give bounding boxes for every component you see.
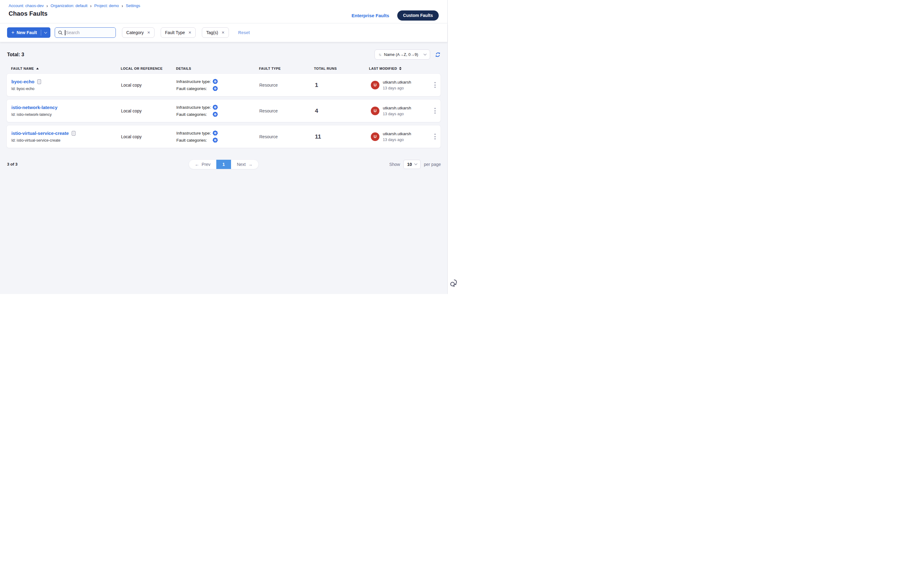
copy-icon[interactable] bbox=[37, 79, 41, 84]
filter-chip-category[interactable]: Category ✕ bbox=[122, 27, 155, 38]
column-header-local-or-reference: LOCAL OR REFERENCE bbox=[121, 67, 176, 70]
filter-chip-label: Fault Type bbox=[165, 30, 185, 35]
column-label: FAULT NAME bbox=[11, 67, 34, 70]
total-runs-value: 11 bbox=[314, 133, 369, 140]
chevron-down-icon[interactable] bbox=[44, 31, 47, 34]
column-header-fault-name[interactable]: FAULT NAME bbox=[11, 67, 121, 70]
page-title: Chaos Faults bbox=[9, 10, 140, 17]
column-label: FAULT TYPE bbox=[259, 67, 281, 70]
prev-label: Prev bbox=[202, 162, 210, 167]
breadcrumb-settings[interactable]: Settings bbox=[126, 3, 140, 8]
reset-filters-button[interactable]: Reset bbox=[238, 30, 250, 35]
modified-time: 13 days ago bbox=[383, 137, 411, 142]
fault-name-link[interactable]: istio-network-latency bbox=[11, 105, 57, 110]
chat-icon bbox=[450, 279, 458, 287]
header-actions: Enterprise Faults Custom Faults bbox=[351, 3, 439, 23]
page-size-select[interactable]: 10 bbox=[403, 160, 420, 169]
chat-widget-button[interactable] bbox=[450, 279, 458, 289]
fault-row: byoc-echo Id: byoc-echo Local copy Infra… bbox=[6, 73, 441, 97]
sort-select-value: Name (A→Z, 0→9) bbox=[384, 52, 418, 57]
column-label: TOTAL RUNS bbox=[314, 67, 337, 70]
local-or-reference-value: Local copy bbox=[121, 134, 176, 139]
custom-faults-button[interactable]: Custom Faults bbox=[397, 10, 439, 21]
column-header-total-runs: TOTAL RUNS bbox=[314, 67, 369, 70]
avatar[interactable]: U bbox=[371, 81, 380, 89]
column-header-fault-type: FAULT TYPE bbox=[259, 67, 314, 70]
fault-type-value: Resource bbox=[259, 134, 314, 139]
next-page-button[interactable]: Next → bbox=[231, 160, 259, 169]
fault-id: Id: istio-network-latency bbox=[11, 112, 121, 117]
new-fault-label: New Fault bbox=[16, 30, 37, 35]
modified-by: utkarsh.utkarsh bbox=[383, 106, 411, 110]
enterprise-faults-link[interactable]: Enterprise Faults bbox=[351, 13, 389, 18]
search-icon bbox=[58, 31, 63, 35]
total-runs-value: 4 bbox=[314, 108, 369, 114]
breadcrumb-account[interactable]: Account: chaos-dev bbox=[9, 3, 44, 8]
list-header-row: Total: 3 ↑↓ Name (A→Z, 0→9) bbox=[6, 50, 441, 60]
refresh-icon bbox=[435, 52, 441, 58]
row-menu-button[interactable] bbox=[432, 132, 439, 141]
prev-page-button[interactable]: ← Prev bbox=[189, 160, 216, 169]
chaos-faults-page: Account: chaos-dev › Organization: defau… bbox=[0, 0, 459, 294]
sort-ascending-icon bbox=[36, 68, 39, 69]
pagination: ← Prev 1 Next → bbox=[189, 160, 259, 169]
last-modified-cell: U utkarsh.utkarsh 13 days ago bbox=[369, 106, 430, 116]
fault-row: istio-network-latency Id: istio-network-… bbox=[6, 99, 441, 122]
refresh-button[interactable] bbox=[435, 52, 441, 58]
text-caret bbox=[65, 30, 65, 36]
fault-name-cell: byoc-echo Id: byoc-echo bbox=[11, 79, 121, 91]
column-label: LOCAL OR REFERENCE bbox=[121, 67, 163, 70]
current-page-button[interactable]: 1 bbox=[216, 160, 231, 169]
chevron-down-icon bbox=[423, 53, 427, 56]
sort-arrows-icon: ↑↓ bbox=[378, 53, 381, 57]
kubernetes-icon: ☸ bbox=[213, 112, 218, 117]
last-modified-cell: U utkarsh.utkarsh 13 days ago bbox=[369, 80, 430, 90]
details-cell: Infrastructure type: ☸ Fault categories:… bbox=[176, 79, 259, 91]
modified-by: utkarsh.utkarsh bbox=[383, 131, 411, 136]
column-label: LAST MODIFIED bbox=[369, 67, 397, 70]
last-modified-cell: U utkarsh.utkarsh 13 days ago bbox=[369, 131, 430, 142]
close-icon[interactable]: ✕ bbox=[188, 31, 191, 35]
fault-id: Id: istio-virtual-service-create bbox=[11, 138, 121, 142]
button-divider bbox=[41, 30, 41, 36]
fault-name-link[interactable]: byoc-echo bbox=[11, 79, 34, 84]
new-fault-button[interactable]: + New Fault bbox=[7, 27, 50, 38]
column-header-details: DETAILS bbox=[176, 67, 259, 70]
table-header: FAULT NAME LOCAL OR REFERENCE DETAILS FA… bbox=[6, 67, 441, 70]
breadcrumb-organization[interactable]: Organization: default bbox=[51, 3, 87, 8]
close-icon[interactable]: ✕ bbox=[221, 31, 225, 35]
kubernetes-icon: ☸ bbox=[213, 131, 218, 136]
breadcrumb-project[interactable]: Project: demo bbox=[94, 3, 119, 8]
close-icon[interactable]: ✕ bbox=[147, 31, 150, 35]
fault-name-cell: istio-virtual-service-create Id: istio-v… bbox=[11, 131, 121, 142]
filter-chip-tags[interactable]: Tag(s) ✕ bbox=[202, 27, 229, 38]
fault-type-value: Resource bbox=[259, 82, 314, 87]
page-size-control: Show 10 per page bbox=[389, 160, 441, 169]
kubernetes-icon: ☸ bbox=[213, 79, 218, 84]
sort-select[interactable]: ↑↓ Name (A→Z, 0→9) bbox=[375, 50, 430, 60]
local-or-reference-value: Local copy bbox=[121, 82, 176, 87]
row-menu-button[interactable] bbox=[432, 106, 439, 116]
avatar[interactable]: U bbox=[371, 132, 380, 141]
search-box[interactable] bbox=[55, 27, 116, 38]
details-cell: Infrastructure type: ☸ Fault categories:… bbox=[176, 105, 259, 117]
filter-chip-fault-type[interactable]: Fault Type ✕ bbox=[161, 27, 196, 38]
avatar[interactable]: U bbox=[371, 107, 380, 115]
fault-name-cell: istio-network-latency Id: istio-network-… bbox=[11, 105, 121, 117]
fault-list-section: Total: 3 ↑↓ Name (A→Z, 0→9) bbox=[0, 42, 447, 294]
column-header-last-modified[interactable]: LAST MODIFIED bbox=[369, 67, 429, 70]
breadcrumb-separator-icon: › bbox=[91, 3, 92, 8]
fault-id: Id: byoc-echo bbox=[11, 87, 121, 91]
total-runs-value: 1 bbox=[314, 82, 369, 89]
breadcrumb-separator-icon: › bbox=[122, 3, 123, 8]
fault-name-link[interactable]: istio-virtual-service-create bbox=[11, 131, 69, 136]
row-menu-button[interactable] bbox=[432, 80, 439, 90]
search-input[interactable] bbox=[66, 30, 113, 35]
toolbar: + New Fault Category ✕ Fault Type ✕ bbox=[0, 23, 447, 42]
copy-icon[interactable] bbox=[71, 131, 76, 136]
sort-both-icon bbox=[399, 67, 402, 70]
per-page-label: per page bbox=[424, 162, 441, 167]
infrastructure-type-label: Infrastructure type: bbox=[176, 105, 213, 110]
chevron-down-icon bbox=[414, 162, 417, 165]
fault-categories-label: Fault categories: bbox=[176, 112, 213, 117]
